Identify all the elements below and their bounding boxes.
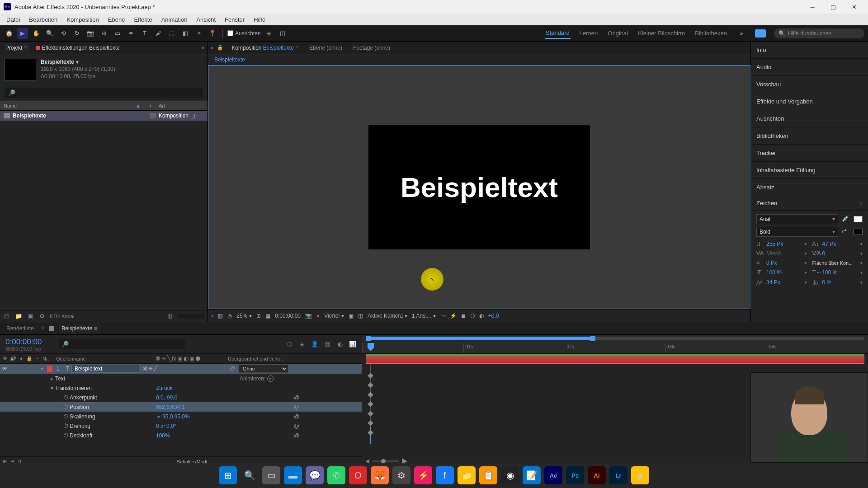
layer-name-field[interactable]: Beispieltext — [71, 365, 139, 373]
project-tab[interactable]: Projekt≡ — [3, 43, 30, 53]
taskbar-facebook[interactable]: f — [436, 466, 454, 484]
menu-bearbeiten[interactable]: Bearbeiten — [24, 16, 62, 23]
taskbar-app[interactable]: 📋 — [479, 466, 497, 484]
zoom-dropdown[interactable]: 25% ▾ — [236, 313, 252, 319]
pan-behind-tool[interactable]: ⊕ — [99, 28, 109, 39]
leading-field[interactable]: A↕47 Px▾ — [812, 240, 863, 247]
composition-tab[interactable]: Komposition Beispieltexte ≡ — [229, 43, 301, 53]
stopwatch-icon[interactable]: ⏱ — [63, 394, 70, 401]
task-view-icon[interactable]: ▭ — [262, 466, 280, 484]
type-tool[interactable]: T — [139, 28, 150, 39]
interpret-footage-icon[interactable]: ▤ — [3, 312, 11, 320]
snap-options-icon[interactable]: ⚹ — [264, 28, 274, 39]
stroke-width-field[interactable]: ≡0 Px▾ — [756, 259, 807, 266]
work-area-bar[interactable] — [366, 337, 864, 340]
video-col-icon[interactable]: 👁 — [2, 356, 8, 361]
taskbar-ai[interactable]: Ai — [588, 466, 606, 484]
font-style-dropdown[interactable]: Bold — [756, 227, 838, 237]
channel-icon[interactable]: ● — [316, 313, 320, 319]
keyframe-marker[interactable] — [368, 420, 373, 426]
taskbar-whatsapp[interactable]: ✆ — [327, 466, 345, 484]
current-timecode[interactable]: 0:00:00:00 00000 (25.00 fps) — [0, 337, 59, 352]
effect-controls-tab[interactable]: Effekteinstellungen Beispieltexte — [33, 43, 123, 53]
workspace-original[interactable]: Original — [607, 28, 629, 38]
reset-link[interactable]: Zurück — [156, 385, 173, 391]
flowchart-breadcrumb[interactable]: Beispieltexte — [208, 54, 750, 65]
fx-switch[interactable]: ╱ — [154, 366, 157, 372]
expression-pickwhip-icon[interactable]: @ — [294, 394, 299, 401]
project-search-input[interactable]: 🔎 — [5, 88, 203, 98]
panel-paragraph[interactable]: Absatz — [751, 179, 868, 196]
hand-tool[interactable]: ✋ — [31, 28, 42, 39]
text-layer-preview[interactable]: Beispieltext — [401, 171, 558, 203]
maximize-button[interactable]: ▢ — [823, 0, 844, 14]
swap-colors-icon[interactable]: ⇄ — [842, 228, 850, 236]
work-area-start-handle[interactable] — [366, 336, 371, 341]
kerning-field[interactable]: VAMetrik▾ — [756, 250, 807, 257]
prop-opacity[interactable]: ⏱ Deckkraft 100% @ — [0, 431, 362, 440]
menu-ebene[interactable]: Ebene — [104, 16, 130, 23]
project-columns-header[interactable]: Name ▲ ▪ Art — [0, 101, 208, 111]
resolution-dropdown[interactable]: Viertel ▾ — [324, 313, 344, 319]
minimize-button[interactable]: ─ — [802, 0, 823, 14]
panel-menu-icon[interactable]: ≡ — [859, 200, 863, 206]
project-slider[interactable] — [178, 314, 205, 319]
clone-tool[interactable]: ⬚ — [166, 28, 177, 39]
time-ruler[interactable]: 01s 02s 03s 04s — [362, 335, 868, 354]
panel-content-aware[interactable]: Inhaltsbasierte Füllung — [751, 162, 868, 179]
tsume-field[interactable]: あ0 %▾ — [812, 278, 863, 286]
project-item-comp[interactable]: Beispieltexte Komposition ⬚ — [0, 111, 208, 121]
stopwatch-icon[interactable]: ⏱ — [63, 423, 70, 429]
stopwatch-icon[interactable]: ⏱ — [63, 432, 70, 439]
camera-dropdown[interactable]: Aktive Kamera ▾ — [368, 313, 407, 319]
help-search-input[interactable]: 🔍 Hilfe durchsuchen — [774, 28, 864, 38]
shy-switch[interactable]: ✱ — [143, 366, 147, 372]
expression-pickwhip-icon[interactable]: @ — [294, 423, 299, 429]
parent-dropdown[interactable]: Ohne — [239, 365, 288, 373]
orbit-tool[interactable]: ⟲ — [58, 28, 69, 39]
grid-icon[interactable]: ⊞ — [256, 313, 261, 319]
keyframe-marker[interactable] — [368, 373, 373, 379]
resolution-icon[interactable]: ▥ — [218, 313, 223, 319]
hide-shy-icon[interactable]: 👤 — [310, 340, 319, 349]
menu-ansicht[interactable]: Ansicht — [192, 16, 220, 23]
twirl-icon[interactable]: ▸ — [49, 375, 55, 382]
snap-checkbox[interactable]: Ausrichten — [227, 30, 261, 37]
prop-anchor[interactable]: ⏱ Ankerpunkt 0,0,-99,0 @ — [0, 393, 362, 402]
stroke-mode-dropdown[interactable]: Fläche über Kon...▾ — [812, 259, 863, 266]
mask-icon[interactable]: ◎ — [227, 313, 232, 319]
eraser-tool[interactable]: ◧ — [180, 28, 191, 39]
keyframe-marker[interactable] — [368, 382, 373, 388]
views-dropdown[interactable]: 1 Ansi... ▾ — [412, 313, 436, 319]
comp-flowchart-icon[interactable]: ⬡ — [470, 313, 475, 319]
tracking-field[interactable]: V⁄A0▾ — [812, 250, 863, 257]
region-icon[interactable]: ◫ — [358, 313, 363, 319]
menu-hilfe[interactable]: Hilfe — [249, 16, 270, 23]
taskbar-app[interactable]: ▲ — [631, 466, 649, 484]
frame-blend-icon[interactable]: ▦ — [323, 340, 332, 349]
taskbar-lr[interactable]: Lr — [609, 466, 627, 484]
hscale-field[interactable]: T↔100 %▾ — [812, 269, 863, 276]
taskbar-firefox[interactable]: 🦊 — [371, 466, 389, 484]
taskbar-app[interactable]: O — [349, 466, 367, 484]
workspace-overflow-icon[interactable]: » — [736, 28, 747, 39]
start-button[interactable]: ⊞ — [219, 466, 237, 484]
render-queue-tab[interactable]: Renderliste — [4, 324, 37, 333]
taskbar-ae[interactable]: Ae — [544, 466, 562, 484]
new-comp-icon[interactable]: ▣ — [26, 312, 34, 320]
fill-color-swatch[interactable] — [854, 216, 863, 222]
eyedropper-icon[interactable]: 💉 — [842, 215, 850, 223]
comp-mini-flowchart-icon[interactable]: ⬡ — [285, 340, 294, 349]
layer-twirl-icon[interactable]: ▾ — [41, 366, 47, 372]
workspace-standard[interactable]: Standard — [545, 28, 571, 39]
exposure-reset-icon[interactable]: ◐ — [479, 313, 484, 319]
keyframe-marker[interactable] — [368, 392, 373, 398]
layer-duration-bar[interactable] — [366, 354, 864, 364]
solo-col-icon[interactable]: ● — [18, 356, 24, 361]
guides-icon[interactable]: ▦ — [265, 313, 270, 319]
workspace-kleiner[interactable]: Kleiner Bildschirm — [637, 28, 686, 38]
taskbar-app[interactable]: ▬ — [284, 466, 302, 484]
taskbar-obs[interactable]: ◉ — [501, 466, 519, 484]
taskbar-app[interactable]: 📝 — [523, 466, 541, 484]
font-family-dropdown[interactable]: Arial — [756, 214, 838, 224]
